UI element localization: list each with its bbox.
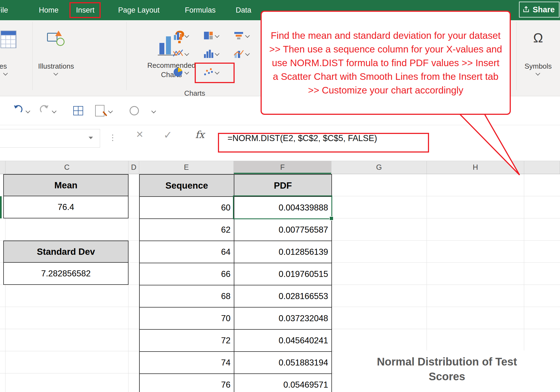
cell-E9[interactable]: 74 <box>140 352 234 374</box>
chevron-down-icon[interactable] <box>52 109 57 113</box>
illustrations-icon[interactable] <box>47 31 65 47</box>
share-icon <box>522 6 530 13</box>
cell-E5[interactable]: 66 <box>140 263 234 285</box>
excel-window: File Home Insert Page Layout Formulas Da… <box>0 0 560 392</box>
cell-F4[interactable]: 0.012856139 <box>234 241 332 263</box>
chevron-down-icon[interactable] <box>54 71 58 76</box>
insert-combo-chart-button[interactable] <box>233 48 249 59</box>
pie-chart-icon <box>173 67 183 78</box>
referenced-cell-edge <box>0 196 2 218</box>
pdf-header-cell[interactable]: PDF <box>234 175 332 197</box>
line-chart-icon <box>173 48 183 59</box>
instruction-callout-text: Find the mean and standard deviation for… <box>269 29 503 97</box>
column-header-H[interactable]: H <box>427 161 524 174</box>
group-divider <box>32 22 33 90</box>
cell-F3[interactable]: 0.007756587 <box>234 219 332 241</box>
shape-triangle-icon <box>55 31 62 36</box>
funnel-chart-icon <box>233 30 244 41</box>
shape-circle-icon <box>56 38 65 46</box>
tab-home[interactable]: Home <box>39 0 59 20</box>
group-divider <box>516 22 517 90</box>
active-cell-selection[interactable] <box>233 195 332 219</box>
tab-data[interactable]: Data <box>236 0 251 20</box>
cell-F10[interactable]: 0.05469571 <box>234 374 332 392</box>
oval-shape-icon[interactable] <box>130 106 139 115</box>
column-header-edge[interactable] <box>524 161 560 174</box>
chevron-down-icon <box>185 51 189 56</box>
cell-E7[interactable]: 70 <box>140 308 234 330</box>
cell-E10[interactable]: 76 <box>140 374 234 392</box>
cell-E4[interactable]: 64 <box>140 241 234 263</box>
illustrations-group-label[interactable]: Illustrations <box>29 62 83 71</box>
chevron-down-icon <box>185 33 189 38</box>
cell-E6[interactable]: 68 <box>140 285 234 308</box>
column-chart-icon <box>173 30 183 41</box>
omega-symbols-icon[interactable]: Ω <box>530 30 546 46</box>
group-divider <box>126 22 127 90</box>
cell-F6[interactable]: 0.028166553 <box>234 285 332 308</box>
cell-F5[interactable]: 0.019760515 <box>234 263 332 285</box>
insert-column-chart-button[interactable] <box>173 30 188 41</box>
table-icon[interactable] <box>1 31 16 48</box>
column-header-D[interactable]: D <box>129 161 139 174</box>
redo-icon[interactable] <box>39 104 50 114</box>
column-header-E[interactable]: E <box>139 161 234 174</box>
undo-icon[interactable] <box>13 104 24 114</box>
insert-function-icon[interactable]: fx <box>195 129 205 140</box>
chart-plot-area <box>334 350 560 392</box>
embedded-chart[interactable]: Normal Distribution of Test Scores Proba… <box>334 350 560 392</box>
cell-F9[interactable]: 0.051883194 <box>234 352 332 374</box>
confirm-entry-icon[interactable]: ✓ <box>164 129 172 141</box>
highlight-box-scatter-button <box>195 63 235 83</box>
name-box[interactable] <box>0 129 100 148</box>
cell-E3[interactable]: 62 <box>140 219 234 241</box>
insert-funnel-chart-button[interactable] <box>233 30 249 41</box>
column-header-G[interactable]: G <box>331 161 427 174</box>
instruction-callout: Find the mean and standard deviation for… <box>261 11 511 115</box>
column-header-edge[interactable] <box>0 161 5 174</box>
chevron-down-icon <box>185 70 189 75</box>
column-header-F[interactable]: F <box>234 161 331 174</box>
edit-shape-icon[interactable] <box>95 105 104 116</box>
highlight-box-insert-tab <box>69 2 101 18</box>
chevron-down-icon[interactable] <box>3 71 8 76</box>
column-header-C[interactable]: C <box>5 161 129 174</box>
tab-file[interactable]: File <box>0 0 8 20</box>
chevron-down-icon <box>245 51 250 56</box>
cell-E2[interactable]: 60 <box>140 197 234 219</box>
chevron-down-icon[interactable] <box>151 109 156 113</box>
tab-page-layout[interactable]: Page Layout <box>118 0 160 20</box>
recommended-charts-label[interactable]: Recommended Charts <box>144 61 199 79</box>
spreadsheet-grid[interactable]: Mean 76.4 Standard Dev 7.282856582 Seque… <box>0 174 560 392</box>
share-button[interactable]: Share <box>519 2 559 17</box>
tab-formulas[interactable]: Formulas <box>185 0 216 20</box>
insert-line-chart-button[interactable] <box>173 48 188 59</box>
insert-treemap-chart-button[interactable] <box>203 30 219 41</box>
insert-pie-chart-button[interactable] <box>173 67 188 78</box>
chevron-down-icon <box>215 33 220 38</box>
chevron-down-icon[interactable] <box>536 71 540 76</box>
column-headers: CDEFGH <box>0 161 560 174</box>
chevron-down-icon[interactable] <box>108 109 113 113</box>
sequence-header-cell[interactable]: Sequence <box>140 175 234 197</box>
insert-histogram-chart-button[interactable] <box>203 48 219 59</box>
chevron-down-icon <box>215 51 220 56</box>
cell-E8[interactable]: 72 <box>140 330 234 352</box>
cell-F7[interactable]: 0.037232048 <box>234 308 332 330</box>
tables-group-label[interactable]: Tables <box>0 62 7 71</box>
name-box-dropdown-icon[interactable] <box>89 137 93 139</box>
combo-chart-icon <box>233 48 244 59</box>
chevron-down-icon[interactable] <box>26 109 30 113</box>
treemap-chart-icon <box>203 30 214 41</box>
highlight-box-formula <box>218 133 429 153</box>
cell-mean-value[interactable]: 76.4 <box>3 196 129 218</box>
bar-icon-part <box>159 43 164 54</box>
symbols-group-label[interactable]: Symbols <box>516 62 560 71</box>
cell-F8[interactable]: 0.045640241 <box>234 330 332 352</box>
cell-mean-label[interactable]: Mean <box>3 174 129 196</box>
cell-stddev-label[interactable]: Standard Dev <box>3 241 129 263</box>
bar-icon-part <box>166 36 171 54</box>
borders-grid-icon[interactable] <box>73 106 83 115</box>
cell-stddev-value[interactable]: 7.282856582 <box>3 262 129 285</box>
cancel-entry-icon[interactable]: × <box>136 127 143 141</box>
